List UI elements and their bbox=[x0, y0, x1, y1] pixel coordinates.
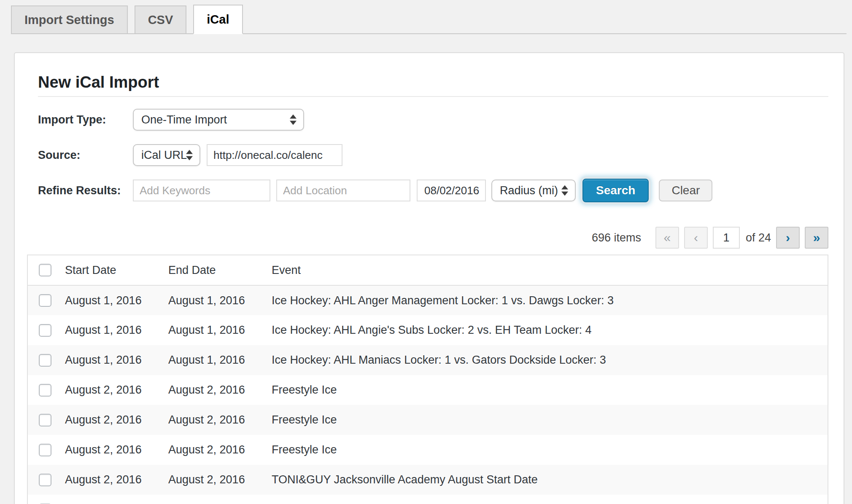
tab-bar: Import Settings CSV iCal bbox=[11, 5, 847, 34]
row-event: Ice Hockey: AHL Angie's Subs Locker: 2 v… bbox=[272, 315, 828, 345]
row-start-date: August 2, 2016 bbox=[65, 375, 168, 405]
first-page-button[interactable]: « bbox=[655, 227, 679, 249]
row-checkbox[interactable] bbox=[39, 444, 51, 456]
row-start-date: August 2, 2016 bbox=[65, 405, 168, 435]
ical-import-panel: New iCal Import Import Type: One-Time Im… bbox=[14, 52, 844, 504]
panel-header: New iCal Import bbox=[38, 72, 828, 97]
radius-selected-value: Radius (mi) bbox=[500, 184, 558, 197]
row-end-date: August 2, 2016 bbox=[168, 375, 272, 405]
items-count: 696 items bbox=[592, 231, 641, 244]
row-start-date: August 1, 2016 bbox=[65, 345, 168, 375]
select-all-checkbox[interactable] bbox=[39, 264, 51, 276]
import-type-label: Import Type: bbox=[38, 113, 133, 126]
row-end-date: August 1, 2016 bbox=[168, 285, 272, 315]
row-event: Ice Hockey: AHL Maniacs Locker: 1 vs. Ga… bbox=[272, 345, 828, 375]
row-start-date: August 1, 2016 bbox=[65, 315, 168, 345]
table-header-row: Start Date End Date Event bbox=[27, 255, 828, 285]
keywords-input[interactable] bbox=[133, 180, 270, 201]
row-checkbox[interactable] bbox=[39, 354, 51, 367]
table-row: August 1, 2016 August 1, 2016 Ice Hockey… bbox=[27, 285, 828, 315]
last-page-button[interactable]: » bbox=[805, 227, 828, 249]
events-table: Start Date End Date Event August 1, 2016… bbox=[27, 255, 828, 504]
row-checkbox[interactable] bbox=[39, 324, 51, 337]
table-row: August 2, 2016 August 2, 2016 Freestyle … bbox=[27, 375, 828, 405]
source-url-input[interactable] bbox=[207, 144, 342, 166]
row-start-date: August 1, 2016 bbox=[65, 285, 168, 315]
import-type-select[interactable]: One-Time Import bbox=[133, 109, 304, 131]
row-event: TONI&GUY Jacksonville Academy August Sta… bbox=[272, 465, 828, 495]
column-header-end-date: End Date bbox=[168, 255, 272, 285]
table-row: August 2, 2016 August 2, 2016 Freestyle … bbox=[27, 405, 828, 435]
source-row: Source: iCal URL bbox=[38, 144, 828, 166]
table-body: August 1, 2016 August 1, 2016 Ice Hockey… bbox=[27, 285, 828, 504]
row-checkbox[interactable] bbox=[39, 294, 51, 307]
location-input[interactable] bbox=[276, 180, 410, 201]
select-stepper-icon bbox=[290, 115, 297, 125]
import-type-selected-value: One-Time Import bbox=[141, 113, 227, 126]
next-page-button[interactable]: › bbox=[776, 227, 800, 249]
row-event: Freestyle Ice bbox=[272, 405, 828, 435]
refine-results-label: Refine Results: bbox=[38, 184, 133, 197]
table-row: August 1, 2016 August 1, 2016 Ice Hockey… bbox=[27, 315, 828, 345]
select-stepper-icon bbox=[561, 185, 568, 196]
row-checkbox[interactable] bbox=[39, 474, 51, 486]
row-start-date: August 2, 2016 bbox=[65, 465, 168, 495]
row-checkbox[interactable] bbox=[39, 384, 51, 397]
tab-csv[interactable]: CSV bbox=[135, 5, 187, 33]
column-header-event: Event bbox=[272, 255, 828, 285]
source-type-select[interactable]: iCal URL bbox=[133, 144, 200, 166]
radius-select[interactable]: Radius (mi) bbox=[491, 180, 576, 201]
current-page-input[interactable] bbox=[713, 227, 740, 249]
row-end-date: August 2, 2016 bbox=[168, 495, 272, 504]
pagination-bar: 696 items « ‹ of 24 › » bbox=[27, 227, 828, 249]
table-row: August 1, 2016 August 1, 2016 Ice Hockey… bbox=[27, 345, 828, 375]
row-end-date: August 2, 2016 bbox=[168, 405, 272, 435]
tab-ical[interactable]: iCal bbox=[193, 5, 243, 34]
row-start-date: August 2, 2016 bbox=[65, 495, 168, 504]
table-row: August 2, 2016 August 2, 2016 TONI&GUY J… bbox=[27, 465, 828, 495]
tab-import-settings[interactable]: Import Settings bbox=[11, 5, 128, 33]
row-event: Freestyle Ice bbox=[272, 435, 828, 465]
row-event: TONI&GUY Jacksonville Academy August Sta… bbox=[272, 495, 828, 504]
row-end-date: August 1, 2016 bbox=[168, 345, 272, 375]
column-header-start-date: Start Date bbox=[65, 255, 168, 285]
row-end-date: August 1, 2016 bbox=[168, 315, 272, 345]
prev-page-button[interactable]: ‹ bbox=[684, 227, 708, 249]
refine-results-row: Refine Results: Radius (mi) Search Clear bbox=[38, 180, 828, 201]
total-pages-label: of 24 bbox=[746, 231, 771, 244]
clear-button[interactable]: Clear bbox=[659, 180, 712, 201]
row-checkbox[interactable] bbox=[39, 414, 51, 426]
row-event: Ice Hockey: AHL Anger Management Locker:… bbox=[272, 285, 828, 315]
row-event: Freestyle Ice bbox=[272, 375, 828, 405]
search-button[interactable]: Search bbox=[582, 179, 649, 202]
row-start-date: August 2, 2016 bbox=[65, 435, 168, 465]
date-input[interactable] bbox=[417, 180, 486, 201]
import-type-row: Import Type: One-Time Import bbox=[38, 109, 828, 131]
table-row: August 2, 2016 August 2, 2016 Freestyle … bbox=[27, 435, 828, 465]
page-title: New iCal Import bbox=[38, 72, 828, 92]
select-stepper-icon bbox=[186, 150, 193, 161]
source-label: Source: bbox=[38, 149, 133, 162]
table-row: August 2, 2016 August 2, 2016 TONI&GUY J… bbox=[27, 495, 828, 504]
row-end-date: August 2, 2016 bbox=[168, 435, 272, 465]
row-end-date: August 2, 2016 bbox=[168, 465, 272, 495]
source-type-selected-value: iCal URL bbox=[141, 149, 187, 162]
